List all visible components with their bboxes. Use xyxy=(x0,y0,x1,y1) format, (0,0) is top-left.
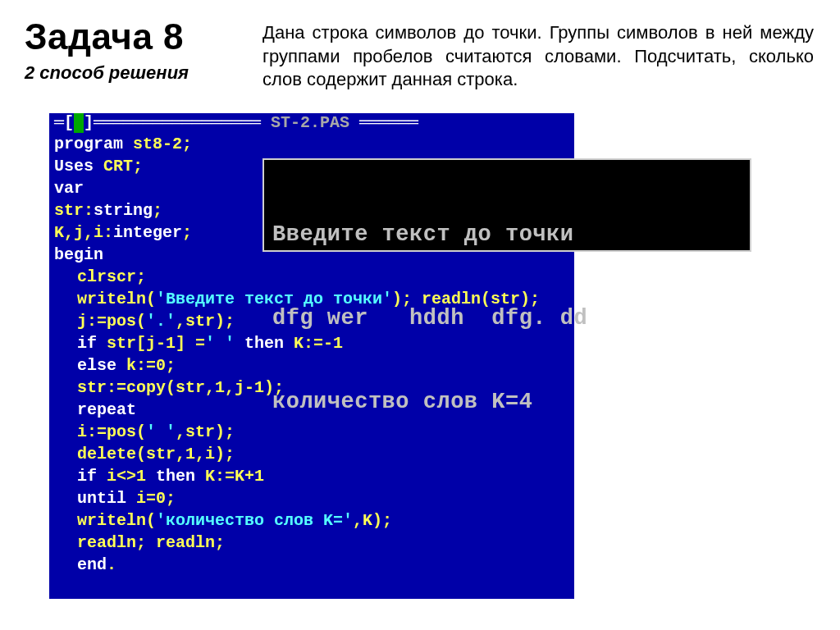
task-title: Задача 8 xyxy=(25,16,254,57)
console-output: Введите текст до точки dfg wer hddh dfg.… xyxy=(262,158,751,252)
console-line: количество слов K=4 xyxy=(272,388,742,416)
code-line: readln; readln; xyxy=(54,532,569,554)
code-line: if i<>1 then K:=K+1 xyxy=(54,465,569,487)
console-line: dfg wer hddh dfg. dd xyxy=(272,304,742,332)
code-line: writeln('количество слов K=',K); xyxy=(54,509,569,532)
code-line: end. xyxy=(54,554,569,576)
code-line: program st8-2; xyxy=(54,133,569,155)
task-description: Дана строка символов до точки. Группы си… xyxy=(262,21,814,92)
code-line: delete(str,1,i); xyxy=(54,443,569,465)
task-subtitle: 2 способ решения xyxy=(25,62,254,84)
code-line: until i=0; xyxy=(54,487,569,509)
title-block: Задача 8 2 способ решения xyxy=(25,16,254,84)
console-line: Введите текст до точки xyxy=(272,221,742,249)
ide-filename: ST-2.PAS xyxy=(271,113,349,132)
ide-titlebar: ═[ ]═════════════════ ST-2.PAS ══════ xyxy=(54,113,569,133)
slide-header: Задача 8 2 способ решения Дана строка си… xyxy=(0,0,840,92)
